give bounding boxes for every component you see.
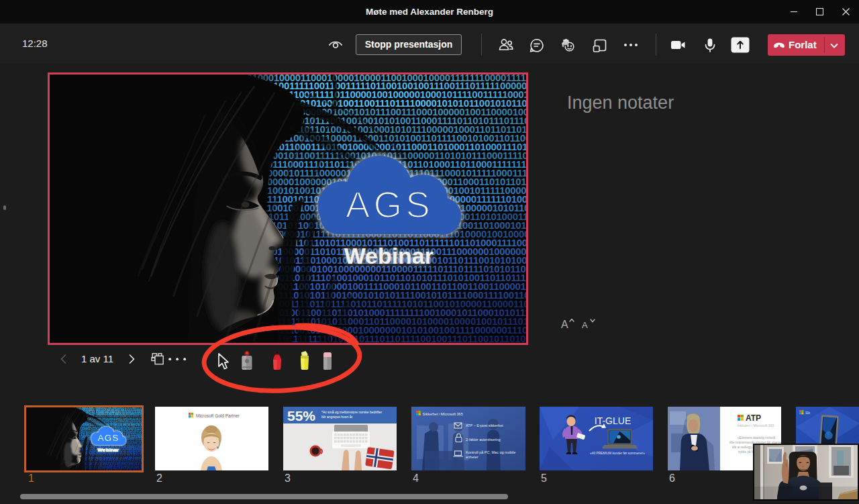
svg-text:A: A [561, 319, 568, 330]
svg-text:55%: 55% [287, 408, 315, 423]
svg-text:2-faktor autentisering: 2-faktor autentisering [466, 438, 501, 442]
svg-text:Sikkerhet i Microsoft 365: Sikkerhet i Microsoft 365 [423, 412, 463, 416]
svg-text:enheter: enheter [466, 455, 478, 459]
svg-text:Inkludert i Microsoft 365: Inkludert i Microsoft 365 [737, 423, 774, 427]
svg-text:«Eliminere skadelig innhold: «Eliminere skadelig innhold [738, 436, 775, 440]
svg-text:ATP – E-post sikkerhet: ATP – E-post sikkerhet [466, 423, 503, 427]
svg-text:IT-GLUE: IT-GLUE [595, 415, 631, 426]
svg-text:Microsoft Gold Partner: Microsoft Gold Partner [196, 413, 240, 418]
svg-text:*Av små og mellomstore norske: *Av små og mellomstore norske bedrifter [321, 410, 383, 414]
svg-text:Kontroll på PC, Mac og mobile: Kontroll på PC, Mac og mobile [466, 450, 515, 454]
svg-text:A: A [582, 320, 588, 330]
svg-text:«40 PREMIUM kunder før sommere: «40 PREMIUM kunder før sommeren» [590, 452, 645, 455]
svg-text:blir angrepet hvert år.: blir angrepet hvert år. [321, 415, 353, 419]
svg-text:ATP: ATP [746, 413, 761, 423]
svg-text:Sik: Sik [805, 411, 810, 415]
